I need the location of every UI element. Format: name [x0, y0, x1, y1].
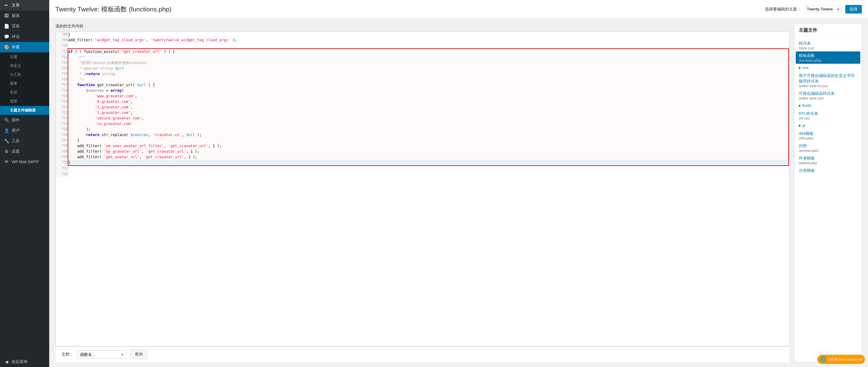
- watermark: 🌐 达到网 www.daosin.net: [817, 355, 865, 364]
- code-line: );: [68, 126, 788, 132]
- line-number: 721: [56, 104, 68, 110]
- sidebar-item-background[interactable]: 背景: [0, 97, 49, 106]
- code-line: '0.gravatar.com',: [68, 99, 788, 104]
- code-line: add_filter( 'get_avatar_url', 'get_crava…: [68, 154, 788, 160]
- table-row: 710: [56, 43, 788, 49]
- table-row: 722 '2.gravatar.com',: [56, 110, 788, 115]
- folder-name: css: [803, 65, 809, 70]
- code-line: * @return string: [68, 71, 788, 77]
- table-row: 714 * @param string $url: [56, 65, 788, 71]
- sidebar-item-pages[interactable]: 📄 页面: [0, 21, 49, 31]
- sidebar-item-wpmail[interactable]: ✉ WP Mail SMTP: [0, 157, 49, 167]
- file-sub: (editor-style.css): [799, 96, 857, 100]
- file-item[interactable]: 404模板(404.php): [795, 129, 862, 142]
- file-sidebar-title: 主题文件: [795, 27, 862, 37]
- table-row: 725 );: [56, 126, 788, 132]
- file-folder[interactable]: ▶js: [795, 122, 862, 129]
- file-sub: (author.php): [799, 161, 857, 165]
- file-item[interactable]: 用于可视化编辑器的右至左书写顺序样式表(editor-style-rtl.css…: [795, 72, 862, 89]
- table-row: 713 *使用Cravatar头像服务替换Gravatar: [56, 60, 788, 65]
- folder-icon: ▶: [799, 124, 801, 127]
- line-number: 723: [56, 115, 68, 121]
- line-number: 710: [56, 43, 68, 48]
- code-line: $sources = array(: [68, 88, 788, 93]
- line-number: 733: [56, 171, 68, 177]
- table-row: 711if ( ! function_exists( 'get_cravatar…: [56, 49, 788, 55]
- folder-name: fonts: [803, 103, 811, 108]
- code-line: add_filter( 'bp_gravatar_url', 'get_crav…: [68, 149, 788, 154]
- table-row: 729 add_filter( 'bp_gravatar_url', 'get_…: [56, 149, 788, 154]
- sidebar-item-comments[interactable]: 💬 评论: [0, 31, 49, 42]
- file-item[interactable]: 模板函数(functions.php): [796, 51, 860, 64]
- sidebar-item-menus[interactable]: 菜单: [0, 79, 49, 88]
- sidebar-item-widgets[interactable]: 小工具: [0, 70, 49, 79]
- sidebar-item-settings[interactable]: ⚙ 设置: [0, 146, 49, 157]
- line-number: 712: [56, 55, 68, 60]
- code-line: add_filter( 'um_user_avatar_url_filter',…: [68, 143, 788, 149]
- file-name: 归档: [799, 143, 807, 148]
- sidebar-item-appearance[interactable]: 🎨 外观: [0, 42, 49, 52]
- file-name: 作者模板: [799, 156, 815, 161]
- code-editor[interactable]: 708}709add_filter( 'widget_tag_cloud_arg…: [55, 31, 789, 346]
- sidebar-item-tools[interactable]: 🔧 工具: [0, 136, 49, 146]
- theme-select-wrapper: Twenty Twelve: [804, 5, 842, 13]
- sidebar-item-posts[interactable]: ✏ 文章: [0, 0, 49, 10]
- wpmail-icon: ✉: [4, 159, 9, 164]
- code-line: /**: [68, 55, 788, 60]
- table-row: 712 /**: [56, 55, 788, 60]
- line-number: 730: [56, 154, 68, 160]
- file-item[interactable]: RTL样式表(rtl.css): [795, 109, 862, 122]
- table-row: 730 add_filter( 'get_avatar_url', 'get_c…: [56, 154, 788, 160]
- line-number: 717: [56, 82, 68, 88]
- select-theme-button[interactable]: 选择: [845, 5, 862, 13]
- file-name: 分类模板: [799, 168, 815, 173]
- query-button[interactable]: 查询: [130, 350, 147, 359]
- sidebar-item-themes[interactable]: 主题: [0, 52, 49, 61]
- file-name: 样式表: [799, 41, 811, 46]
- line-number: 731: [56, 160, 68, 165]
- table-row: 727 }: [56, 138, 788, 143]
- table-row: 728 add_filter( 'um_user_avatar_url_filt…: [56, 143, 788, 149]
- watermark-icon: 🌐: [820, 356, 827, 363]
- sidebar-item-header[interactable]: 页层: [0, 88, 49, 97]
- line-number: 720: [56, 99, 68, 104]
- sidebar-item-customize[interactable]: 自定义: [0, 61, 49, 70]
- sidebar-item-theme-editor[interactable]: 主题文件编辑器: [0, 106, 49, 115]
- file-name: RTL样式表: [799, 111, 818, 116]
- line-number: 718: [56, 88, 68, 93]
- file-item[interactable]: 作者模板(author.php): [795, 154, 862, 166]
- collapse-icon: ◀: [4, 359, 9, 364]
- theme-dropdown[interactable]: Twenty Twelve: [804, 5, 842, 13]
- sidebar: ✏ 文章 🖼 媒体 📄 页面 💬 评论 🎨 外观 主题 自定义 小工具 菜单 页…: [0, 0, 49, 367]
- file-folder[interactable]: ▶fonts: [795, 102, 862, 109]
- bottom-bar: 文档： 函数名... 查询: [55, 346, 789, 362]
- file-item[interactable]: 可视化编辑器样式表(editor-style.css): [795, 89, 862, 102]
- posts-icon: ✏: [4, 3, 9, 8]
- settings-icon: ⚙: [4, 149, 9, 154]
- code-line: '2.gravatar.com',: [68, 110, 788, 115]
- table-row: 721 '1.gravatar.com',: [56, 104, 788, 110]
- sidebar-item-users[interactable]: 👤 用户: [0, 125, 49, 136]
- table-row: 726 return str_replace( $sources, 'crava…: [56, 132, 788, 138]
- table-row: 731}: [56, 160, 788, 166]
- sidebar-item-collapse[interactable]: ◀ 收起菜单: [0, 357, 49, 367]
- line-number: 711: [56, 49, 68, 54]
- file-item[interactable]: 归档(archive.php): [795, 142, 862, 154]
- file-item[interactable]: 样式表(style.css): [795, 39, 862, 51]
- table-row: 724 'cn.gravatar.com': [56, 121, 788, 126]
- sidebar-item-media[interactable]: 🖼 媒体: [0, 10, 49, 21]
- table-row: 732: [56, 166, 788, 171]
- content-area: 选的的文件内容： 708}709add_filter( 'widget_tag_…: [49, 19, 868, 367]
- code-line: 'www.gravatar.com',: [68, 93, 788, 99]
- editor-section: 选的的文件内容： 708}709add_filter( 'widget_tag_…: [55, 23, 789, 362]
- users-icon: 👤: [4, 128, 9, 133]
- sidebar-item-plugins[interactable]: 🔌 插件: [0, 115, 49, 125]
- plugins-icon: 🔌: [4, 118, 9, 122]
- line-number: 732: [56, 166, 68, 171]
- doc-select[interactable]: 函数名...: [77, 350, 126, 359]
- file-sidebar: 主题文件 样式表(style.css)模板函数(functions.php)▶c…: [794, 23, 862, 362]
- file-folder[interactable]: ▶css: [795, 64, 862, 72]
- code-line: * @param string $url: [68, 65, 788, 71]
- watermark-text: 达到网 www.daosin.net: [828, 357, 863, 362]
- file-item[interactable]: 分类模板: [795, 166, 862, 175]
